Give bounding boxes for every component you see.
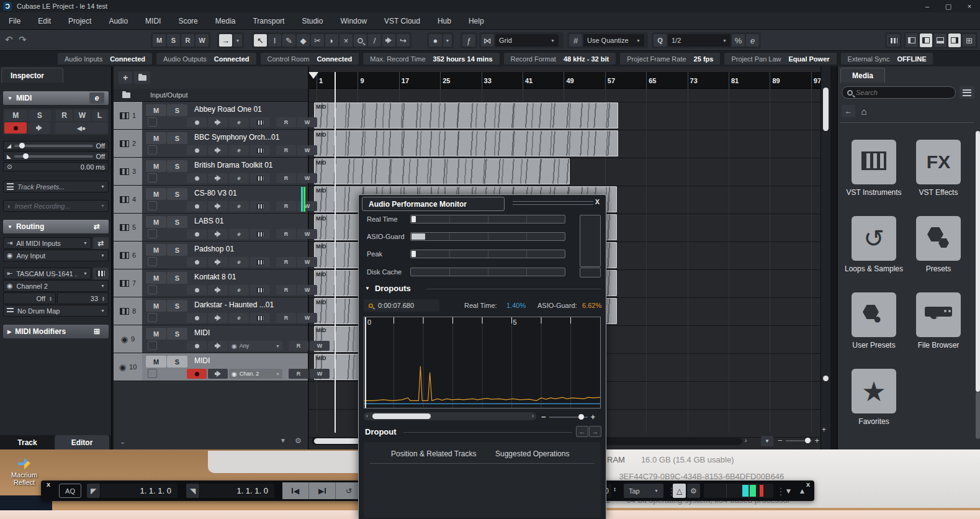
horizontal-zoom-slider[interactable]: − + bbox=[778, 436, 819, 445]
track-edit-button[interactable]: e bbox=[229, 285, 249, 295]
track-mute-button[interactable]: M bbox=[146, 104, 166, 116]
track-mute-button[interactable]: M bbox=[146, 216, 166, 228]
bank-select-stepper[interactable]: Off▲▼ bbox=[3, 292, 56, 304]
insert-recording-field[interactable]: ◗ Insert Recording...▼ bbox=[3, 200, 109, 212]
status-control-room[interactable]: Control RoomConnected bbox=[261, 53, 359, 65]
track-row-5[interactable]: 5MSLABS 01eRW bbox=[114, 214, 308, 241]
program-select-stepper[interactable]: 33▲▼ bbox=[57, 292, 109, 304]
track-record-button[interactable] bbox=[187, 173, 207, 183]
media-tile-vst-instruments[interactable] bbox=[852, 140, 896, 184]
menu-audio[interactable]: Audio bbox=[100, 12, 137, 30]
inspector-midi-section-header[interactable]: ▼ MIDI e bbox=[3, 91, 109, 105]
track-enable-checkbox[interactable] bbox=[148, 201, 157, 210]
track-preset-icon[interactable] bbox=[134, 71, 150, 84]
track-edit-button[interactable]: e bbox=[229, 201, 249, 211]
track-instrument-icon[interactable] bbox=[250, 201, 270, 211]
vertical-zoom-in-icon[interactable]: + bbox=[822, 425, 826, 434]
track-read-button[interactable]: R bbox=[276, 173, 296, 183]
track-enable-checkbox[interactable] bbox=[148, 145, 157, 155]
track-enable-checkbox[interactable] bbox=[148, 229, 157, 238]
track-row-7[interactable]: 7MSKontakt 8 01eRW bbox=[114, 269, 308, 297]
track-read-button[interactable]: R bbox=[276, 257, 296, 267]
snap-curve-icon[interactable]: ƒ bbox=[462, 34, 475, 47]
autoscroll-dropdown-icon[interactable]: ▼ bbox=[233, 34, 242, 47]
media-tab[interactable]: Media bbox=[840, 68, 885, 83]
track-row-6[interactable]: 6MSPadshop 01eRW bbox=[114, 241, 308, 269]
track-row-8[interactable]: 8MSDarkstar - Haunted ...01eRW bbox=[114, 297, 308, 325]
track-name[interactable]: Padshop 01 bbox=[194, 245, 234, 253]
inspector-modwheel-fader[interactable]: ◣ Off bbox=[3, 151, 109, 161]
media-tile-loops-samples[interactable]: ↺ bbox=[852, 216, 896, 261]
range-tool-icon[interactable]: I bbox=[268, 34, 281, 47]
track-monitor-button[interactable] bbox=[208, 117, 228, 127]
drum-map-select[interactable]: No Drum Map▼ bbox=[3, 305, 109, 317]
track-name[interactable]: CS-80 V3 01 bbox=[194, 189, 237, 197]
quantize-mode-select[interactable]: Use Quantize▼ bbox=[583, 34, 644, 47]
audition-tool-icon[interactable] bbox=[382, 34, 395, 47]
track-monitor-button[interactable] bbox=[208, 257, 228, 267]
go-to-next-marker-button[interactable]: ▶ bbox=[309, 482, 336, 499]
track-edit-button[interactable]: e bbox=[229, 257, 249, 267]
modifiers-icon[interactable]: ⊞ bbox=[89, 326, 104, 337]
track-solo-button[interactable]: S bbox=[167, 188, 187, 200]
media-tile-favorites[interactable]: ★ bbox=[852, 369, 896, 413]
dropouts-section-header[interactable]: ▼ Dropouts bbox=[365, 284, 411, 293]
track-channel-select[interactable]: ◉Any▼ bbox=[229, 341, 282, 351]
menu-score[interactable]: Score bbox=[169, 12, 206, 30]
inspector-record-enable-button[interactable] bbox=[4, 122, 27, 133]
midi-output-select[interactable]: ⇤ TASCAM US-1641 .▼ bbox=[3, 268, 91, 279]
track-edit-button[interactable]: e bbox=[229, 229, 249, 239]
transport-close-right-icon[interactable]: X bbox=[806, 482, 810, 488]
setup-window-layout-icon[interactable]: ⊞ bbox=[963, 34, 976, 47]
zoom-preset-dropdown-icon[interactable]: ▼ bbox=[761, 436, 773, 446]
track-record-button[interactable] bbox=[187, 285, 207, 295]
inspector-listen-button[interactable]: L bbox=[92, 110, 107, 121]
tab-editor[interactable]: Editor bbox=[55, 435, 109, 449]
track-name[interactable]: LABS 01 bbox=[194, 217, 223, 225]
inspector-read-button[interactable]: R bbox=[56, 110, 73, 121]
dropout-time-chip[interactable]: 0:00:07.680 bbox=[364, 299, 439, 312]
midi-input-select[interactable]: ⇥ All MIDI Inputs▼ bbox=[3, 237, 91, 249]
inspector-volume-fader[interactable]: ◢ Off bbox=[3, 141, 109, 150]
quantize-value-select[interactable]: 1/2▼ bbox=[668, 34, 731, 47]
track-edit-button[interactable]: e bbox=[229, 173, 249, 183]
track-write-button[interactable]: W bbox=[310, 369, 330, 379]
track-instrument-icon[interactable] bbox=[250, 257, 270, 267]
search-input[interactable] bbox=[856, 89, 937, 96]
track-write-button[interactable]: W bbox=[297, 173, 317, 183]
media-search-box[interactable] bbox=[842, 86, 956, 99]
graph-scrollbar-thumb[interactable] bbox=[372, 413, 431, 419]
track-write-button[interactable]: W bbox=[297, 201, 317, 211]
feedback-tool-icon[interactable]: ↪ bbox=[397, 34, 410, 47]
track-solo-button[interactable]: S bbox=[167, 104, 187, 116]
dialog-close-icon[interactable]: X bbox=[595, 198, 600, 205]
track-settings-gear-icon[interactable]: ⚙ bbox=[295, 436, 302, 445]
inspector-timebase-button[interactable]: ◀● bbox=[55, 122, 107, 133]
inspector-routing-section-header[interactable]: ▼ Routing ⇄ bbox=[3, 220, 109, 233]
track-record-button[interactable] bbox=[187, 257, 207, 267]
quantize-grid-icon[interactable]: # bbox=[569, 34, 582, 47]
track-row-1[interactable]: 1MSAbbey Road One 01eRW bbox=[114, 102, 308, 130]
left-zone-toggle-active-icon[interactable] bbox=[920, 34, 932, 47]
tab-suggested-operations[interactable]: Suggested Operations bbox=[495, 449, 569, 458]
track-solo-button[interactable]: S bbox=[167, 328, 187, 340]
undo-icon[interactable]: ↶ bbox=[5, 34, 13, 45]
track-read-button[interactable]: R bbox=[276, 117, 296, 127]
track-list-header[interactable]: Input/Output bbox=[114, 89, 308, 102]
color-tool-icon[interactable]: ● bbox=[429, 34, 442, 47]
status-record-format[interactable]: Record Format48 kHz - 32 bit bbox=[504, 53, 616, 65]
track-write-button[interactable]: W bbox=[297, 229, 317, 239]
redo-icon[interactable]: ↷ bbox=[19, 34, 27, 45]
back-icon[interactable]: ← bbox=[842, 105, 855, 117]
status-project-frame-rate[interactable]: Project Frame Rate25 fps bbox=[620, 53, 720, 65]
tab-track[interactable]: Track bbox=[0, 435, 55, 449]
graph-scrollbar[interactable]: ‹ › bbox=[364, 412, 536, 420]
graph-zoom-slider[interactable]: − + bbox=[541, 412, 595, 422]
solo-all-button[interactable]: S bbox=[167, 34, 180, 47]
menu-hub[interactable]: Hub bbox=[429, 12, 460, 30]
track-presets-field[interactable]: Track Presets...▼ bbox=[3, 181, 109, 192]
status-audio-outputs[interactable]: Audio OutputsConnected bbox=[156, 53, 256, 65]
midi-clip-track-3[interactable]: MID bbox=[314, 158, 570, 184]
track-mute-button[interactable]: M bbox=[146, 328, 166, 340]
track-record-button[interactable] bbox=[187, 117, 207, 127]
